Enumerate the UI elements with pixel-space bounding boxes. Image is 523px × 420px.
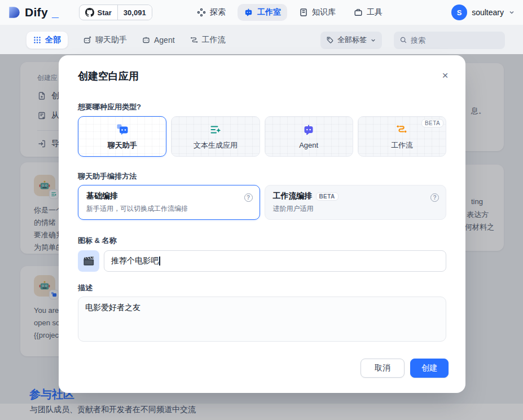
app-name-input[interactable]: 推荐个电影吧 bbox=[104, 250, 446, 272]
icon-name-row: 推荐个电影吧 bbox=[78, 250, 446, 272]
nav-label: 工作室 bbox=[257, 7, 281, 17]
avatar[interactable]: S bbox=[451, 5, 467, 20]
tag-filter-dropdown[interactable]: 全部标签 bbox=[320, 32, 382, 49]
modal-footer: 取消 创建 bbox=[361, 359, 449, 378]
explore-icon bbox=[197, 8, 206, 17]
chatbot-plus-icon bbox=[83, 36, 92, 45]
beta-badge: BETA bbox=[421, 119, 443, 127]
help-icon[interactable]: ? bbox=[430, 193, 439, 202]
app-name-value: 推荐个电影吧 bbox=[111, 256, 159, 266]
tab-chat-assistant[interactable]: 聊天助手 bbox=[83, 35, 127, 45]
nav-item-knowledge[interactable]: 知识库 bbox=[293, 4, 342, 21]
top-navbar: Dify_ Star 30,091 探索 工作室 bbox=[0, 0, 523, 25]
book-icon bbox=[299, 8, 308, 17]
type-card-label: 聊天助手 bbox=[108, 140, 137, 151]
logo-cursor: _ bbox=[52, 6, 59, 19]
cancel-button[interactable]: 取消 bbox=[361, 359, 405, 378]
github-icon bbox=[85, 8, 94, 17]
type-card-agent[interactable]: Agent bbox=[265, 116, 353, 157]
search-input[interactable] bbox=[411, 36, 490, 45]
grid-icon bbox=[33, 36, 41, 44]
close-icon[interactable]: × bbox=[438, 69, 452, 82]
icon-name-label: 图标 & 名称 bbox=[78, 236, 117, 246]
modal-title: 创建空白应用 bbox=[78, 69, 139, 83]
agent-icon bbox=[302, 123, 315, 137]
chat-assistant-icon bbox=[116, 123, 129, 136]
text-generation-icon bbox=[209, 123, 222, 136]
option-workflow-orchestration[interactable]: 工作流编排 BETA 进阶用户适用 ? bbox=[265, 185, 447, 220]
app-type-label: 想要哪种应用类型? bbox=[78, 102, 141, 112]
workflow-icon bbox=[190, 36, 199, 45]
app-icon-picker[interactable] bbox=[78, 250, 99, 272]
help-icon[interactable]: ? bbox=[244, 193, 253, 202]
screen: Dify_ Star 30,091 探索 工作室 bbox=[0, 0, 523, 420]
tab-workflow[interactable]: 工作流 bbox=[190, 35, 226, 45]
app-type-cards: 聊天助手 文本生成应用 Agent BETA 工作流 bbox=[78, 116, 446, 157]
tab-all[interactable]: 全部 bbox=[26, 31, 68, 49]
clapperboard-icon bbox=[82, 255, 95, 267]
tab-label: Agent bbox=[154, 36, 175, 45]
nav-item-studio[interactable]: 工作室 bbox=[238, 4, 287, 21]
dify-logo[interactable]: Dify_ bbox=[7, 5, 59, 20]
option-title: 基础编排 bbox=[86, 191, 252, 201]
nav-label: 知识库 bbox=[312, 7, 336, 17]
type-card-label: 工作流 bbox=[391, 140, 413, 151]
type-card-chat-assistant[interactable]: 聊天助手 bbox=[78, 116, 166, 157]
type-card-workflow[interactable]: BETA 工作流 bbox=[358, 116, 446, 157]
github-star-label: Star bbox=[98, 8, 112, 17]
tag-filter-label: 全部标签 bbox=[337, 35, 367, 45]
workflow-orange-icon bbox=[395, 123, 408, 136]
app-description-textarea[interactable]: 电影爱好者之友 bbox=[78, 297, 446, 342]
chevron-down-icon bbox=[508, 9, 515, 16]
robot-outline-icon bbox=[142, 36, 151, 45]
tab-label: 全部 bbox=[45, 35, 61, 45]
nav-item-tools[interactable]: 工具 bbox=[348, 4, 389, 21]
github-star-count[interactable]: 30,091 bbox=[117, 5, 152, 20]
user-menu[interactable]: S soulteary bbox=[451, 0, 515, 25]
tab-label: 工作流 bbox=[202, 35, 226, 45]
robot-icon bbox=[244, 8, 253, 17]
logo-text: Dify bbox=[25, 6, 48, 19]
apps-tabbar: 全部 聊天助手 Agent 工作流 全部标签 bbox=[0, 25, 523, 55]
type-card-label: 文本生成应用 bbox=[194, 140, 238, 151]
github-star-segment[interactable]: Star bbox=[80, 5, 117, 20]
option-title: 工作流编排 bbox=[273, 191, 313, 201]
type-card-text-generation[interactable]: 文本生成应用 bbox=[171, 116, 260, 157]
beta-badge: BETA bbox=[316, 192, 339, 201]
description-label: 描述 bbox=[78, 283, 93, 293]
nav-label: 探索 bbox=[210, 7, 226, 17]
github-star-button[interactable]: Star 30,091 bbox=[79, 5, 152, 20]
option-subtitle: 进阶用户适用 bbox=[273, 204, 438, 214]
dify-logo-icon bbox=[7, 5, 21, 20]
tag-icon bbox=[326, 36, 334, 44]
option-subtitle: 新手适用，可以切换成工作流编排 bbox=[86, 204, 252, 214]
option-basic-orchestration[interactable]: 基础编排 新手适用，可以切换成工作流编排 ? bbox=[78, 185, 260, 220]
search-field[interactable] bbox=[394, 32, 505, 49]
orchestration-options: 基础编排 新手适用，可以切换成工作流编排 ? 工作流编排 BETA 进阶用户适用… bbox=[78, 185, 446, 220]
text-caret bbox=[159, 257, 160, 266]
create-button[interactable]: 创建 bbox=[410, 359, 449, 378]
nav-item-explore[interactable]: 探索 bbox=[191, 4, 232, 21]
user-name: soulteary bbox=[472, 8, 504, 17]
nav-label: 工具 bbox=[367, 7, 383, 17]
create-blank-app-modal: 创建空白应用 × 想要哪种应用类型? 聊天助手 文本生成应用 Agent bbox=[59, 55, 465, 393]
toolbox-icon bbox=[354, 8, 363, 17]
type-card-label: Agent bbox=[299, 141, 318, 149]
orchestration-label: 聊天助手编排方法 bbox=[78, 171, 137, 182]
tab-label: 聊天助手 bbox=[95, 35, 127, 45]
chevron-down-icon bbox=[370, 37, 376, 43]
tab-agent[interactable]: Agent bbox=[142, 36, 175, 45]
main-nav: 探索 工作室 知识库 工具 bbox=[191, 0, 389, 25]
search-icon bbox=[399, 36, 407, 44]
